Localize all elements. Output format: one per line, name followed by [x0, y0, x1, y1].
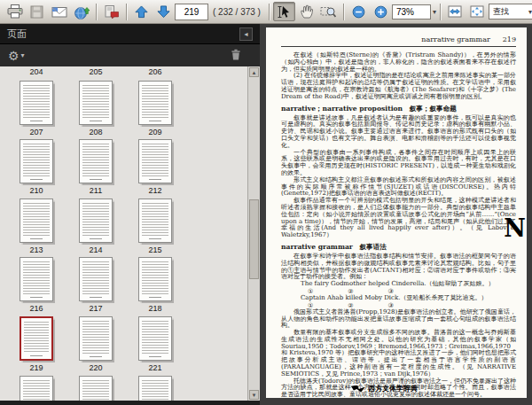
- page-thumbnail[interactable]: [20, 81, 53, 125]
- paragraph: 数量有限的基本叙事或分支生成很多不同的故事。普洛普的这一概念与乔姆斯基生成语法的…: [281, 330, 516, 378]
- zoom-in-button[interactable]: [370, 2, 392, 21]
- next-page-button[interactable]: [153, 2, 175, 21]
- page-label: 216: [15, 304, 58, 313]
- page-thumbnail[interactable]: [20, 139, 53, 183]
- pages-panel-header: 页面 ◄: [0, 24, 260, 44]
- page-label: 212: [134, 186, 176, 195]
- page-label: 210: [15, 186, 58, 195]
- page-thumbnail[interactable]: [138, 257, 172, 301]
- page-label: 221: [134, 363, 176, 372]
- page-label: 205: [74, 67, 117, 76]
- page-content: narrative grammar 219 在叙述（如斯特恩(Sterne)的《…: [281, 35, 516, 398]
- printer-icon: [7, 4, 23, 19]
- pages-panel: 页面 ◄ ⚙ ▾ 204 205 206 207 208 209 210 211…: [0, 24, 260, 401]
- hand-icon: [300, 4, 313, 19]
- delete-page-button[interactable]: [231, 48, 241, 64]
- page-thumbnail[interactable]: [20, 376, 53, 401]
- paragraph: 俄国形式主义者普洛普(Propp,1928)是叙事语法的创立者。他研究了俄国童话…: [281, 309, 516, 330]
- page-label: 218: [134, 304, 176, 313]
- page-thumbnail[interactable]: [79, 376, 113, 401]
- paragraph: 在叙事学和诗学中叙事语法指叙事结构和情节安排。叙事语法的框架同句子的语法结构相类…: [281, 253, 516, 281]
- page-thumbnail[interactable]: [79, 257, 113, 301]
- gear-caret-icon[interactable]: ▾: [21, 51, 25, 59]
- zoom-level-value: 73%: [396, 7, 414, 17]
- toolbar: ( 232 / 373 ) 73% ▾ ▾: [0, 0, 532, 24]
- toolbar-separator: [96, 4, 97, 20]
- toolbar-separator: [343, 4, 344, 20]
- running-head: narrative grammar 219: [281, 35, 516, 47]
- page-thumbnail[interactable]: [79, 199, 113, 243]
- book-footer: 西方文体学辞典: [351, 384, 418, 393]
- page-label: 213: [15, 245, 58, 254]
- hand-tool-button[interactable]: [295, 2, 317, 21]
- page-thumbnail[interactable]: [138, 139, 172, 183]
- page-thumbnail[interactable]: [20, 199, 53, 243]
- page-thumbnail[interactable]: [20, 257, 53, 301]
- scroll-up-icon[interactable]: ▲: [249, 67, 259, 77]
- page-thumbnail[interactable]: [138, 376, 172, 401]
- toolbar-separator: [126, 4, 127, 20]
- page-thumbnail[interactable]: [138, 316, 172, 361]
- paragraph: 叙事作品通常有一个可辨别的模式包括明显的开头和结尾，这种模式是讲述者和听述者须熟…: [281, 198, 516, 239]
- page-thumbnail[interactable]: [138, 199, 172, 243]
- page-label: 220: [74, 363, 117, 372]
- review-button[interactable]: [100, 2, 122, 21]
- globe-upload-icon: [74, 4, 90, 19]
- example-sentence: The fairy Godmother helped Cinderella.（仙…: [281, 281, 516, 288]
- paragraph: 在叙述（如斯特恩(Sterne)的《香黛》(Tristram Shandy)），…: [281, 52, 516, 73]
- page-thumbnail[interactable]: [79, 81, 113, 125]
- select-cursor-icon: [277, 5, 291, 19]
- example-sentence: Captain Ahab killed Moby Dick.（亚哈船长杀死了莫比…: [281, 295, 516, 302]
- page-thumbnail[interactable]: [138, 81, 172, 125]
- paragraph: 一个典型的叙事由一系列事件构成，各事件之间存在时间顺序上或因果上的联系，这些联系…: [281, 150, 516, 177]
- document-page: narrative grammar 219 在叙述（如斯特恩(Sterne)的《…: [266, 27, 527, 398]
- fit-page-button[interactable]: [466, 2, 489, 21]
- search-box[interactable]: ▾: [489, 4, 532, 19]
- scrollbar-thumb[interactable]: [249, 199, 259, 279]
- collapse-panel-button[interactable]: ◄: [239, 27, 253, 41]
- page-label: 211: [74, 186, 117, 195]
- upload-web-button[interactable]: [70, 2, 92, 21]
- select-tool-button[interactable]: [273, 2, 295, 21]
- page-thumbnail-selected[interactable]: [20, 316, 53, 361]
- review-comment-icon: [104, 4, 119, 19]
- page-label: 215: [134, 245, 176, 254]
- page-number-input[interactable]: [175, 4, 208, 20]
- gear-icon[interactable]: ⚙: [8, 50, 20, 62]
- toolbar-separator: [269, 4, 270, 20]
- pages-options-bar: ⚙ ▾: [0, 44, 260, 67]
- thumb-index-letter: N: [504, 216, 526, 240]
- search-dropdown-caret-icon[interactable]: ▾: [528, 8, 532, 16]
- page-label: 207: [15, 128, 58, 136]
- thumbnail-scrollbar[interactable]: ▲ ▼: [247, 66, 260, 401]
- zoom-level-box[interactable]: 73%: [392, 4, 431, 19]
- page-label-selected: 219: [15, 363, 58, 372]
- entry-heading-narrative-proposition: narrative；narrative proposition 叙事；叙事命题: [281, 105, 516, 113]
- paragraph: 叙事就是讲述故事，凡是叙述者认为是有趣的或重要的事件，既可以是真实的也可是虚构的…: [281, 115, 516, 150]
- page-label: 206: [134, 67, 176, 76]
- page-up-arrow-icon: [135, 5, 148, 19]
- previous-page-button[interactable]: [130, 2, 153, 21]
- scroll-down-icon[interactable]: ▼: [249, 390, 259, 400]
- document-viewport: narrative grammar 219 在叙述（如斯特恩(Sterne)的《…: [260, 24, 532, 405]
- thumbnail-grid: 204 205 206 207 208 209 210 211 212 213 …: [0, 66, 248, 401]
- zoom-out-button[interactable]: [348, 2, 370, 21]
- marquee-zoom-icon: [320, 4, 336, 19]
- zoom-dropdown-caret-icon[interactable]: ▾: [433, 8, 436, 16]
- page-label: 204: [15, 67, 58, 76]
- running-head-page-number: 219: [503, 35, 516, 43]
- pages-panel-title: 页面: [7, 27, 27, 41]
- trash-icon: [231, 49, 241, 60]
- page-thumbnail[interactable]: [79, 316, 113, 361]
- search-input[interactable]: [491, 6, 527, 17]
- print-button[interactable]: [4, 2, 26, 21]
- page-thumbnail[interactable]: [79, 139, 113, 183]
- paragraph: (2) 在传统修辞学中，叙述证明指的是在结论或寓意之前用来陈述事实的某一部分话语…: [281, 73, 516, 100]
- save-button[interactable]: [26, 2, 48, 21]
- paragraph: 形式主义和结构主义都注意叙事的叙述形式和所叙述的内容之间的区别，被叙述事件的实际…: [281, 177, 516, 198]
- fit-width-button[interactable]: [444, 2, 466, 21]
- toolbar-separator: [440, 4, 441, 20]
- email-button[interactable]: [48, 2, 70, 21]
- marquee-zoom-tool-button[interactable]: [317, 2, 340, 21]
- page-indicator: ( 232 / 373 ): [213, 7, 261, 17]
